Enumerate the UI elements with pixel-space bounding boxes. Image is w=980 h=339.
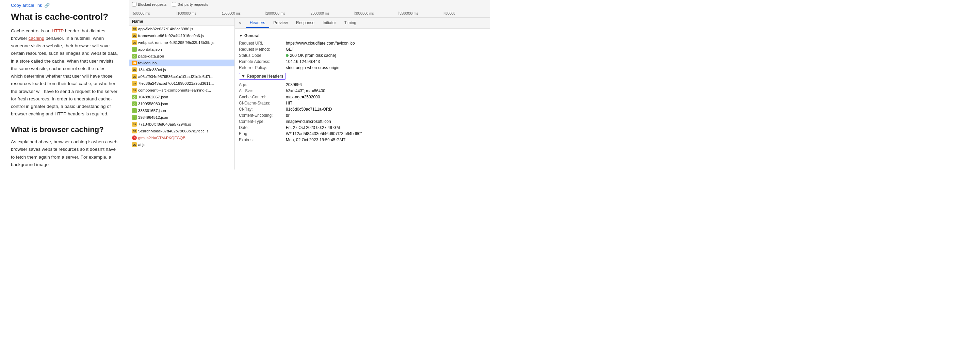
general-section-label: General	[244, 33, 259, 38]
expires-row: Expires: Mon, 02 Oct 2023 19:59:45 GMT	[239, 137, 486, 142]
alt-svc-row: Alt-Svc: h3=":443"; ma=86400	[239, 89, 486, 93]
json-icon: {}	[132, 47, 137, 52]
tabs-row: × Headers Preview Response Initiator Tim…	[235, 18, 490, 29]
file-name: at.js	[138, 143, 145, 147]
file-name: SearchModal-87d462b79868b7d2fecc.js	[138, 129, 208, 133]
etag-value: W/"112ad5f84433e5f46d607f73fb64bd60"	[286, 131, 486, 136]
article-subtitle: What is browser caching?	[11, 125, 118, 134]
list-item[interactable]: {} app-data.json	[129, 46, 234, 53]
file-name: 3199558980.json	[138, 102, 168, 106]
tab-preview[interactable]: Preview	[269, 18, 292, 28]
js-icon: JS	[132, 74, 137, 79]
ruler-mark-1: 500000 ms	[132, 11, 177, 15]
response-section-text: Response Headers	[247, 74, 283, 79]
list-item[interactable]: JS a06cff934e9579536ce1c10bad21c1d6d7f..…	[129, 73, 234, 80]
list-item[interactable]: {} 1048862057.json	[129, 94, 234, 100]
list-item[interactable]: JS framework-e961e92a4f41016ec0b6.js	[129, 32, 234, 39]
list-item[interactable]: {} 333361657.json	[129, 107, 234, 114]
js-icon: JS	[132, 81, 137, 86]
list-item[interactable]: JS at.js	[129, 141, 234, 148]
etag-row: Etag: W/"112ad5f84433e5f46d607f73fb64bd6…	[239, 131, 486, 136]
expires-key: Expires:	[239, 137, 283, 142]
tab-timing[interactable]: Timing	[340, 18, 360, 28]
tab-initiator[interactable]: Initiator	[318, 18, 340, 28]
remote-address-row: Remote Address: 104.16.124.96:443	[239, 59, 486, 64]
article-panel: Copy article link 🔗 What is cache-contro…	[0, 0, 129, 170]
request-url-row: Request URL: https://www.cloudflare.com/…	[239, 41, 486, 46]
list-item[interactable]: JS 7fec36a243acbd7d0118980321a9bd3611...	[129, 80, 234, 87]
name-column-header: Name	[129, 18, 234, 25]
ruler-mark-4: 2000000 ms	[266, 11, 310, 15]
file-name: favicon.ico	[138, 61, 156, 65]
response-triangle-icon: ▼	[241, 74, 245, 79]
response-headers-label[interactable]: ▼ Response Headers	[239, 73, 286, 80]
json-icon: {}	[132, 102, 137, 106]
network-container: Name JS app-5eb82e637d14b8ce3986.js JS f…	[129, 18, 490, 170]
referrer-policy-value: strict-origin-when-cross-origin	[286, 65, 486, 70]
remote-address-key: Remote Address:	[239, 59, 283, 64]
list-item[interactable]: JS app-5eb82e637d14b8ce3986.js	[129, 25, 234, 32]
js-icon: JS	[132, 122, 137, 127]
timeline-checkboxes: Blocked requests 3rd-party requests	[129, 2, 490, 7]
list-item[interactable]: JS 7718-fb0fcf8ef640aa57294b.js	[129, 121, 234, 127]
response-headers-section: ▼ Response Headers Age: 2089656 Alt-Svc:…	[239, 73, 486, 142]
file-name: app-data.json	[138, 47, 162, 51]
link-icon: 🔗	[44, 3, 50, 8]
cache-control-value: max-age=2592000	[286, 95, 486, 99]
remote-address-value: 104.16.124.96:443	[286, 59, 486, 64]
caching-link[interactable]: caching	[29, 36, 45, 41]
js-icon: JS	[132, 33, 137, 38]
status-code-value: 200 OK (from disk cache)	[286, 53, 486, 58]
file-name: 333361657.json	[138, 108, 166, 113]
file-name: 1048862057.json	[138, 95, 168, 99]
devtools-panel: Blocked requests 3rd-party requests 5000…	[129, 0, 490, 170]
list-item[interactable]: {} 3934964512.json	[129, 114, 234, 121]
json-icon: {}	[132, 115, 137, 120]
tab-headers[interactable]: Headers	[246, 18, 269, 28]
cf-cache-status-row: Cf-Cache-Status: HIT	[239, 101, 486, 105]
list-item[interactable]: JS webpack-runtime-4d81295f99c32b13b3fb.…	[129, 39, 234, 46]
copy-link-label: Copy article link	[11, 3, 42, 8]
date-key: Date:	[239, 125, 283, 130]
etag-key: Etag:	[239, 131, 283, 136]
list-item-selected[interactable]: 🖼 favicon.ico	[129, 60, 234, 66]
ruler-mark-6: 3000000 ms	[354, 11, 399, 15]
list-item[interactable]: {} 3199558980.json	[129, 100, 234, 107]
timeline-bar: Blocked requests 3rd-party requests 5000…	[129, 0, 490, 18]
cache-control-key: Cache-Control:	[239, 95, 283, 99]
copy-article-link[interactable]: Copy article link 🔗	[11, 3, 50, 8]
article-title: What is cache-control?	[11, 11, 118, 22]
tab-response[interactable]: Response	[292, 18, 318, 28]
date-value: Fri, 27 Oct 2023 00:27:49 GMT	[286, 125, 486, 130]
gtm-icon: ✕	[132, 135, 137, 140]
list-item[interactable]: JS component---src-components-learning-c…	[129, 87, 234, 94]
http-link[interactable]: HTTP	[52, 28, 64, 33]
content-encoding-row: Content-Encoding: br	[239, 113, 486, 118]
close-panel-button[interactable]: ×	[236, 19, 244, 27]
list-item[interactable]: {} page-data.json	[129, 53, 234, 60]
ico-icon: 🖼	[132, 60, 137, 65]
ruler-mark-2: 1000000 ms	[177, 11, 221, 15]
ruler-mark-5: 2500000 ms	[310, 11, 354, 15]
json-icon: {}	[132, 108, 137, 113]
third-party-checkbox[interactable]: 3rd-party requests	[172, 2, 208, 6]
list-item[interactable]: JS 134.43e880ef.js	[129, 66, 234, 73]
blocked-requests-checkbox[interactable]: Blocked requests	[132, 2, 166, 6]
general-section-header[interactable]: ▼ General	[239, 33, 486, 38]
alt-svc-value: h3=":443"; ma=86400	[286, 89, 486, 93]
ruler-mark-8: 400000	[443, 11, 488, 15]
file-name: app-5eb82e637d14b8ce3986.js	[138, 27, 193, 31]
cf-ray-row: Cf-Ray: 81c6d0c50ac7111a-ORD	[239, 107, 486, 111]
cache-control-row: Cache-Control: max-age=2592000	[239, 95, 486, 99]
content-type-row: Content-Type: image/vnd.microsoft.icon	[239, 119, 486, 124]
file-name: a06cff934e9579536ce1c10bad21c1d6d7f...	[138, 75, 213, 79]
general-triangle-icon: ▼	[239, 33, 243, 38]
timeline-ruler: 500000 ms 1000000 ms 1500000 ms 2000000 …	[129, 7, 490, 16]
list-item[interactable]: JS SearchModal-87d462b79868b7d2fecc.js	[129, 127, 234, 134]
js-icon: JS	[132, 88, 137, 92]
list-item-error[interactable]: ✕ gtm.js?id=GTM-PKQFGQB	[129, 134, 234, 141]
file-name: webpack-runtime-4d81295f99c32b13b3fb.js	[138, 40, 215, 45]
headers-content: ▼ General Request URL: https://www.cloud…	[235, 29, 490, 146]
file-list: Name JS app-5eb82e637d14b8ce3986.js JS f…	[129, 18, 235, 170]
js-icon: JS	[132, 40, 137, 45]
